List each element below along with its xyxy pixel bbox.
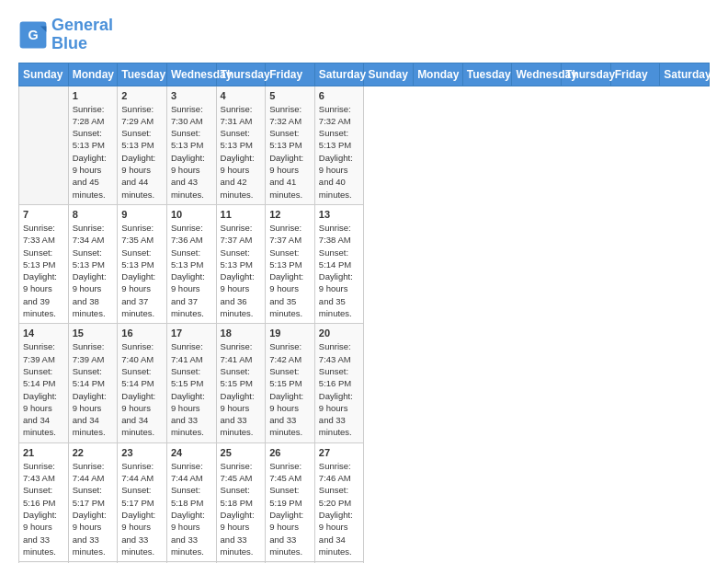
day-number: 26 [269,447,311,458]
calendar-cell: 20Sunrise: 7:43 AMSunset: 5:16 PMDayligh… [314,324,364,442]
weekday-header-monday: Monday [414,63,463,86]
weekday-header-tuesday: Tuesday [462,63,512,86]
day-number: 5 [269,90,311,101]
day-info: Sunrise: 7:38 AMSunset: 5:14 PMDaylight:… [319,222,360,319]
calendar-cell [19,86,69,204]
day-info: Sunrise: 7:30 AMSunset: 5:13 PMDaylight:… [171,103,212,201]
day-number: 15 [73,327,114,339]
day-number: 1 [73,90,114,101]
calendar-week-row: 14Sunrise: 7:39 AMSunset: 5:14 PMDayligh… [19,324,710,442]
calendar-cell: 16Sunrise: 7:40 AMSunset: 5:14 PMDayligh… [118,324,167,442]
logo-blue: Blue [51,34,87,52]
weekday-header-friday: Friday [610,63,660,86]
logo-general: General [51,16,113,34]
day-info: Sunrise: 7:39 AMSunset: 5:14 PMDaylight:… [73,340,114,438]
calendar-cell: 27Sunrise: 7:46 AMSunset: 5:20 PMDayligh… [314,442,364,561]
day-number: 3 [171,90,212,101]
calendar-week-row: 1Sunrise: 7:28 AMSunset: 5:13 PMDaylight… [19,86,710,204]
calendar-cell: 9Sunrise: 7:35 AMSunset: 5:13 PMDaylight… [118,204,167,323]
day-info: Sunrise: 7:44 AMSunset: 5:17 PMDaylight:… [121,460,163,557]
calendar-cell: 5Sunrise: 7:32 AMSunset: 5:13 PMDaylight… [266,86,315,204]
calendar-cell: 10Sunrise: 7:36 AMSunset: 5:13 PMDayligh… [166,204,216,323]
calendar-cell: 7Sunrise: 7:33 AMSunset: 5:13 PMDaylight… [19,204,69,323]
day-number: 2 [121,90,163,101]
calendar-cell: 6Sunrise: 7:32 AMSunset: 5:13 PMDaylight… [314,86,364,204]
day-info: Sunrise: 7:42 AMSunset: 5:15 PMDaylight:… [269,340,311,438]
day-number: 22 [73,447,114,458]
calendar-cell: 3Sunrise: 7:30 AMSunset: 5:13 PMDaylight… [166,86,216,204]
day-info: Sunrise: 7:41 AMSunset: 5:15 PMDaylight:… [221,340,262,438]
calendar-cell: 18Sunrise: 7:41 AMSunset: 5:15 PMDayligh… [216,324,266,442]
day-info: Sunrise: 7:40 AMSunset: 5:14 PMDaylight:… [121,340,163,438]
day-number: 13 [319,209,360,220]
day-number: 18 [221,327,262,339]
day-info: Sunrise: 7:37 AMSunset: 5:13 PMDaylight:… [221,222,262,319]
day-info: Sunrise: 7:28 AMSunset: 5:13 PMDaylight:… [73,103,114,201]
calendar-cell: 8Sunrise: 7:34 AMSunset: 5:13 PMDaylight… [68,204,118,323]
weekday-header-sunday: Sunday [19,63,69,86]
day-number: 16 [121,327,163,339]
svg-text:G: G [28,28,38,42]
day-info: Sunrise: 7:44 AMSunset: 5:17 PMDaylight:… [73,460,114,557]
calendar-cell: 2Sunrise: 7:29 AMSunset: 5:13 PMDaylight… [118,86,167,204]
weekday-header-thursday: Thursday [216,63,266,86]
day-number: 27 [319,447,360,458]
day-info: Sunrise: 7:45 AMSunset: 5:19 PMDaylight:… [269,460,311,557]
day-number: 23 [121,447,163,458]
weekday-header-wednesday: Wednesday [512,63,562,86]
calendar-header-row: SundayMondayTuesdayWednesdayThursdayFrid… [19,63,710,86]
day-info: Sunrise: 7:41 AMSunset: 5:15 PMDaylight:… [171,340,212,438]
day-info: Sunrise: 7:43 AMSunset: 5:16 PMDaylight:… [319,340,360,438]
day-number: 7 [23,209,64,220]
day-info: Sunrise: 7:29 AMSunset: 5:13 PMDaylight:… [121,103,163,201]
day-number: 4 [221,90,262,101]
calendar-cell: 22Sunrise: 7:44 AMSunset: 5:17 PMDayligh… [68,442,118,561]
day-number: 8 [73,209,114,220]
weekday-header-wednesday: Wednesday [166,63,216,86]
weekday-header-saturday: Saturday [314,63,364,86]
day-info: Sunrise: 7:43 AMSunset: 5:16 PMDaylight:… [23,460,64,557]
logo: G General Blue [18,17,113,53]
calendar-cell: 1Sunrise: 7:28 AMSunset: 5:13 PMDaylight… [68,86,118,204]
calendar-cell: 11Sunrise: 7:37 AMSunset: 5:13 PMDayligh… [216,204,266,323]
weekday-header-tuesday: Tuesday [118,63,167,86]
calendar-table: SundayMondayTuesdayWednesdayThursdayFrid… [18,63,710,563]
weekday-header-monday: Monday [68,63,118,86]
calendar-cell: 14Sunrise: 7:39 AMSunset: 5:14 PMDayligh… [19,324,69,442]
calendar-week-row: 21Sunrise: 7:43 AMSunset: 5:16 PMDayligh… [19,442,710,561]
calendar-cell: 25Sunrise: 7:45 AMSunset: 5:18 PMDayligh… [216,442,266,561]
calendar-cell: 15Sunrise: 7:39 AMSunset: 5:14 PMDayligh… [68,324,118,442]
weekday-header-friday: Friday [266,63,315,86]
weekday-header-saturday: Saturday [660,63,710,86]
day-info: Sunrise: 7:32 AMSunset: 5:13 PMDaylight:… [319,103,360,201]
day-number: 20 [319,327,360,339]
day-info: Sunrise: 7:32 AMSunset: 5:13 PMDaylight:… [269,103,311,201]
day-info: Sunrise: 7:31 AMSunset: 5:13 PMDaylight:… [221,103,262,201]
day-number: 12 [269,209,311,220]
day-number: 6 [319,90,360,101]
calendar-cell: 13Sunrise: 7:38 AMSunset: 5:14 PMDayligh… [314,204,364,323]
calendar-cell: 26Sunrise: 7:45 AMSunset: 5:19 PMDayligh… [266,442,315,561]
page-header: G General Blue [18,17,710,53]
day-info: Sunrise: 7:34 AMSunset: 5:13 PMDaylight:… [73,222,114,319]
day-number: 24 [171,447,212,458]
calendar-cell: 24Sunrise: 7:44 AMSunset: 5:18 PMDayligh… [166,442,216,561]
day-number: 14 [23,327,64,339]
page-container: G General Blue SundayMondayTuesdayWednes… [0,0,728,563]
day-number: 9 [121,209,163,220]
day-info: Sunrise: 7:36 AMSunset: 5:13 PMDaylight:… [171,222,212,319]
weekday-header-thursday: Thursday [562,63,611,86]
calendar-cell: 17Sunrise: 7:41 AMSunset: 5:15 PMDayligh… [166,324,216,442]
day-number: 25 [221,447,262,458]
calendar-cell: 4Sunrise: 7:31 AMSunset: 5:13 PMDaylight… [216,86,266,204]
day-number: 21 [23,447,64,458]
day-info: Sunrise: 7:45 AMSunset: 5:18 PMDaylight:… [221,460,262,557]
day-number: 19 [269,327,311,339]
calendar-cell: 12Sunrise: 7:37 AMSunset: 5:13 PMDayligh… [266,204,315,323]
day-info: Sunrise: 7:46 AMSunset: 5:20 PMDaylight:… [319,460,360,557]
day-info: Sunrise: 7:37 AMSunset: 5:13 PMDaylight:… [269,222,311,319]
day-number: 11 [221,209,262,220]
calendar-week-row: 7Sunrise: 7:33 AMSunset: 5:13 PMDaylight… [19,204,710,323]
day-info: Sunrise: 7:33 AMSunset: 5:13 PMDaylight:… [23,222,64,319]
calendar-cell: 23Sunrise: 7:44 AMSunset: 5:17 PMDayligh… [118,442,167,561]
